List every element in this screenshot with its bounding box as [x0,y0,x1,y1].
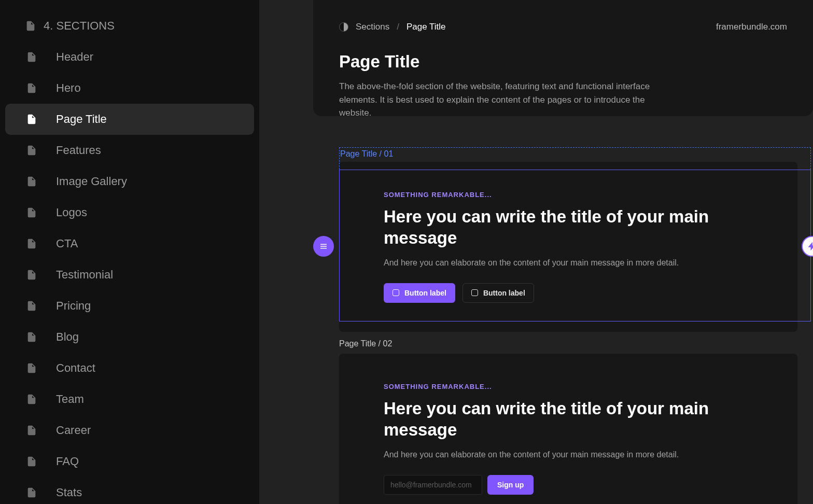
header-top: Sections / Page Title framerbundle.com [339,22,787,32]
sidebar-item-label: Hero [56,81,81,95]
page-icon [26,300,37,312]
headline: Here you can write the title of your mai… [384,398,753,441]
section-body: SOMETHING REMARKABLE... Here you can wri… [339,354,797,504]
section-label: Page Title / 01 [340,149,798,159]
primary-button[interactable]: Button label [384,283,455,303]
logo-icon [339,22,348,32]
secondary-button[interactable]: Button label [462,283,534,303]
sidebar-item-logos[interactable]: Logos [5,197,254,228]
sidebar-item-page-title[interactable]: Page Title [5,104,254,135]
sidebar-item-faq[interactable]: FAQ [5,446,254,477]
sidebar-item-pricing[interactable]: Pricing [5,290,254,321]
page-icon [26,487,37,498]
sidebar-item-label: Page Title [56,113,107,126]
page-icon [26,362,37,374]
square-icon [471,289,478,296]
lightning-float-button[interactable] [802,236,813,257]
page-icon [26,394,37,405]
site-link[interactable]: framerbundle.com [716,22,787,32]
sidebar-item-contact[interactable]: Contact [5,353,254,384]
page-icon [26,331,37,343]
sidebar-item-image-gallery[interactable]: Image Gallery [5,166,254,197]
menu-icon [319,242,328,251]
page-icon [25,20,36,32]
lightning-icon [807,241,813,251]
page-title: Page Title [339,52,787,72]
sidebar-item-label: Contact [56,361,95,375]
page-icon [26,82,37,94]
breadcrumb-current: Page Title [406,22,446,32]
section-body: SOMETHING REMARKABLE... Here you can wri… [339,162,797,332]
menu-float-button[interactable] [313,236,334,257]
sidebar-item-label: Stats [56,486,82,499]
subtext: And here you can elaborate on the conten… [384,258,753,268]
section-page-title-01[interactable]: Page Title / 01 SOMETHING REMARKABLE... … [339,147,797,332]
square-icon [393,289,399,296]
sidebar-item-label: Header [56,50,93,64]
eyebrow: SOMETHING REMARKABLE... [384,383,753,390]
sidebar: 4. SECTIONS Header Hero Page Title Featu… [0,0,259,504]
sidebar-item-team[interactable]: Team [5,384,254,415]
headline: Here you can write the title of your mai… [384,206,753,249]
sidebar-item-hero[interactable]: Hero [5,73,254,104]
button-label: Button label [404,289,446,297]
sidebar-item-label: Blog [56,330,79,344]
sidebar-item-label: Logos [56,206,87,219]
section-label: Page Title / 02 [339,339,797,348]
subtext: And here you can elaborate on the conten… [384,450,753,459]
canvas[interactable]: Sections / Page Title framerbundle.com P… [313,0,813,504]
page-icon [26,425,37,436]
section-page-title-02[interactable]: Page Title / 02 SOMETHING REMARKABLE... … [339,339,797,504]
page-icon [26,207,37,218]
sidebar-item-label: Image Gallery [56,175,127,188]
page-icon [26,176,37,187]
page-icon [26,269,37,281]
actions: Button label Button label [384,283,753,303]
page-icon [26,114,37,125]
sidebar-item-label: Features [56,144,101,157]
sidebar-list: 4. SECTIONS Header Hero Page Title Featu… [5,10,254,504]
sidebar-item-blog[interactable]: Blog [5,321,254,353]
page-icon [26,456,37,467]
sidebar-item-testimonial[interactable]: Testimonial [5,259,254,290]
sidebar-item-label: Pricing [56,299,91,313]
signup-button[interactable]: Sign up [487,475,534,495]
sidebar-item-header[interactable]: Header [5,41,254,73]
breadcrumb-root[interactable]: Sections [356,22,389,32]
sidebar-item-stats[interactable]: Stats [5,477,254,504]
sidebar-item-career[interactable]: Career [5,415,254,446]
sidebar-header-label: 4. SECTIONS [44,19,115,33]
email-signup-row: Sign up [384,475,753,495]
breadcrumb: Sections / Page Title [339,22,446,32]
page-icon [26,238,37,249]
breadcrumb-sep: / [397,22,399,32]
header-card: Sections / Page Title framerbundle.com P… [313,0,813,116]
button-label: Button label [483,289,525,297]
email-input[interactable] [384,475,482,495]
sidebar-item-label: Career [56,424,91,437]
sidebar-item-cta[interactable]: CTA [5,228,254,259]
button-label: Sign up [497,481,524,489]
sidebar-item-features[interactable]: Features [5,135,254,166]
page-icon [26,51,37,63]
sidebar-section-header[interactable]: 4. SECTIONS [5,10,254,41]
sidebar-item-label: CTA [56,237,78,250]
sidebar-item-label: Testimonial [56,268,113,282]
sidebar-item-label: FAQ [56,455,79,468]
page-description: The above-the-fold section of the websit… [339,80,671,120]
eyebrow: SOMETHING REMARKABLE... [384,191,753,199]
sidebar-item-label: Team [56,393,84,406]
page-icon [26,145,37,156]
